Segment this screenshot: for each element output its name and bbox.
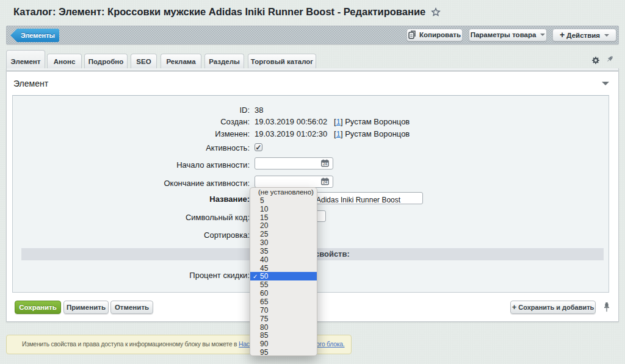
svg-text:24: 24	[323, 180, 328, 184]
svg-text:24: 24	[323, 162, 328, 166]
